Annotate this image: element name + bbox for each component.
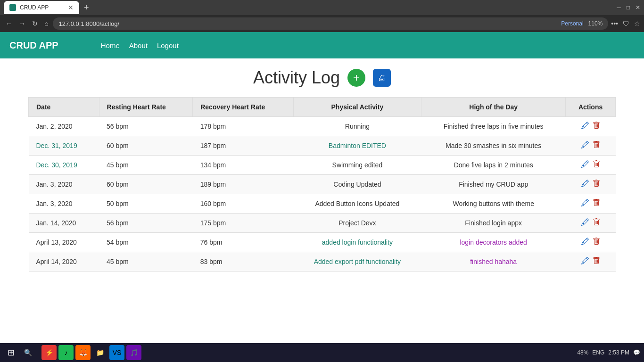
cell-high-of-day: Done five laps in 2 minutes (421, 156, 566, 175)
table-row: April 14, 2020 45 bpm 83 bpm Added expor… (29, 252, 616, 272)
cell-resting-hr: 56 bpm (99, 117, 193, 136)
address-bar-row: ← → ↻ ⌂ 127.0.0.1:8000/actlog/ Personal … (0, 15, 644, 32)
more-options-icon[interactable]: ••• (611, 20, 618, 27)
forward-button[interactable]: → (17, 19, 27, 28)
cell-physical-activity: Swimming edited (293, 156, 421, 175)
col-header-physical-activity: Physical Activity (293, 98, 421, 117)
refresh-button[interactable]: ↻ (30, 19, 40, 28)
delete-icon (593, 257, 600, 264)
edit-icon (581, 199, 589, 206)
personal-badge: Personal (561, 20, 583, 27)
delete-button[interactable] (593, 218, 600, 228)
delete-button[interactable] (593, 141, 600, 150)
col-header-recovery-hr: Recovery Heart Rate (193, 98, 293, 117)
url-text: 127.0.0.1:8000/actlog/ (58, 20, 119, 27)
cell-high-of-day: Working buttons with theme (421, 194, 566, 214)
table-row: Jan. 2, 2020 56 bpm 178 bpm Running Fini… (29, 117, 616, 136)
delete-button[interactable] (593, 122, 600, 131)
cell-resting-hr: 60 bpm (99, 136, 193, 156)
new-tab-button[interactable]: + (81, 3, 92, 13)
edit-button[interactable] (581, 122, 589, 131)
cell-date: Dec. 31, 2019 (29, 136, 99, 156)
cell-physical-activity: Added export pdf functionality (293, 252, 421, 272)
window-controls: ─ □ ✕ (617, 4, 640, 11)
nav-links: Home About Logout (101, 41, 179, 49)
cell-resting-hr: 45 bpm (99, 252, 193, 272)
minimize-button[interactable]: ─ (617, 4, 621, 11)
cell-recovery-hr: 83 bpm (193, 252, 293, 272)
app-brand[interactable]: CRUD APP (9, 40, 58, 51)
col-header-date: Date (29, 98, 99, 117)
tab-bar: CRUD APP ✕ + ─ □ ✕ (0, 0, 644, 15)
active-tab[interactable]: CRUD APP ✕ (4, 1, 79, 14)
delete-button[interactable] (593, 180, 600, 189)
delete-icon (593, 160, 600, 168)
zoom-level: 110% (588, 20, 603, 27)
back-button[interactable]: ← (4, 19, 14, 28)
tab-favicon (9, 4, 16, 11)
cell-date: Jan. 14, 2020 (29, 214, 99, 233)
delete-button[interactable] (593, 257, 600, 266)
delete-button[interactable] (593, 238, 600, 247)
delete-button[interactable] (593, 199, 600, 208)
cell-recovery-hr: 178 bpm (193, 117, 293, 136)
cell-actions (566, 175, 616, 194)
nav-about[interactable]: About (129, 41, 148, 49)
table-row: Jan. 14, 2020 56 bpm 175 bpm Project Dev… (29, 214, 616, 233)
edit-button[interactable] (581, 160, 589, 170)
cell-high-of-day: Made 30 smashes in six minutes (421, 136, 566, 156)
cell-recovery-hr: 160 bpm (193, 194, 293, 214)
edit-button[interactable] (581, 199, 589, 208)
edit-icon (581, 238, 589, 245)
cell-physical-activity: Project Devx (293, 214, 421, 233)
address-bar[interactable]: 127.0.0.1:8000/actlog/ Personal 110% (53, 17, 608, 30)
delete-icon (593, 218, 600, 226)
cell-recovery-hr: 187 bpm (193, 136, 293, 156)
cell-actions (566, 136, 616, 156)
print-icon: 🖨 (378, 73, 386, 83)
close-window-button[interactable]: ✕ (636, 4, 640, 11)
col-header-actions: Actions (566, 98, 616, 117)
nav-home[interactable]: Home (101, 41, 120, 49)
table-row: Jan. 3, 2020 50 bpm 160 bpm Added Button… (29, 194, 616, 214)
table-header-row: Date Resting Heart Rate Recovery Heart R… (29, 98, 616, 117)
edit-button[interactable] (581, 141, 589, 150)
cell-actions (566, 117, 616, 136)
edit-button[interactable] (581, 218, 589, 228)
maximize-button[interactable]: □ (627, 4, 630, 11)
bookmark-icon[interactable]: ☆ (634, 20, 640, 27)
cell-high-of-day: Finished my CRUD app (421, 175, 566, 194)
edit-icon (581, 218, 589, 226)
toolbar-icons: ••• 🛡 ☆ (611, 20, 640, 27)
edit-icon (581, 141, 589, 148)
cell-actions (566, 214, 616, 233)
cell-actions (566, 156, 616, 175)
shield-icon[interactable]: 🛡 (623, 20, 629, 27)
edit-button[interactable] (581, 257, 589, 266)
tab-close-button[interactable]: ✕ (68, 4, 74, 11)
cell-high-of-day: Finished login appx (421, 214, 566, 233)
edit-icon (581, 257, 589, 264)
table-row: Jan. 3, 2020 60 bpm 189 bpm Coding Updat… (29, 175, 616, 194)
delete-icon (593, 199, 600, 206)
cell-date: April 13, 2020 (29, 233, 99, 252)
cell-resting-hr: 56 bpm (99, 214, 193, 233)
home-button[interactable]: ⌂ (42, 19, 50, 28)
edit-button[interactable] (581, 238, 589, 247)
nav-logout[interactable]: Logout (157, 41, 179, 49)
print-button[interactable]: 🖨 (373, 69, 391, 87)
delete-button[interactable] (593, 160, 600, 170)
cell-recovery-hr: 134 bpm (193, 156, 293, 175)
delete-icon (593, 141, 600, 148)
cell-recovery-hr: 76 bpm (193, 233, 293, 252)
cell-date: Jan. 3, 2020 (29, 194, 99, 214)
add-entry-button[interactable]: + (347, 69, 365, 87)
table-row: April 13, 2020 54 bpm 76 bpm added login… (29, 233, 616, 252)
browser-chrome: CRUD APP ✕ + ─ □ ✕ ← → ↻ ⌂ 127.0.0.1:800… (0, 0, 644, 32)
page-header: Activity Log + 🖨 (28, 68, 616, 88)
delete-icon (593, 238, 600, 245)
edit-button[interactable] (581, 180, 589, 189)
cell-physical-activity: Coding Updated (293, 175, 421, 194)
col-header-high-of-day: High of the Day (421, 98, 566, 117)
table-row: Dec. 31, 2019 60 bpm 187 bpm Badminton E… (29, 136, 616, 156)
